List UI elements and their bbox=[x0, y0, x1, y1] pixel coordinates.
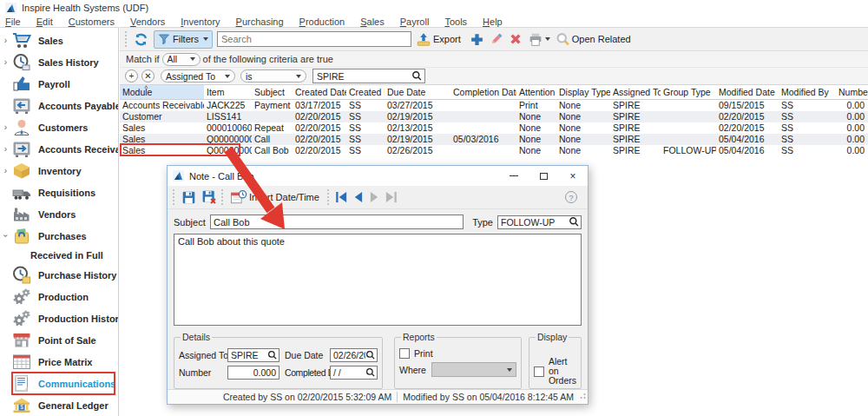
sidebar-item-point-of-sale[interactable]: Point of Sale bbox=[0, 329, 118, 351]
close-button[interactable]: × bbox=[558, 166, 588, 186]
column-header-item[interactable]: Item bbox=[204, 85, 252, 99]
table-row[interactable]: CustomerLISS14102/20/2015SS02/19/2015Non… bbox=[120, 111, 868, 122]
column-header-number[interactable]: Number bbox=[836, 85, 868, 99]
sidebar-item-sales[interactable]: ›Sales bbox=[0, 30, 118, 51]
minimize-button[interactable] bbox=[499, 166, 529, 186]
where-dropdown[interactable] bbox=[431, 362, 516, 377]
assigned-to-lookup[interactable]: SPIRE bbox=[227, 348, 279, 362]
criteria-field-dropdown[interactable]: Assigned To bbox=[161, 69, 235, 83]
column-header-subject[interactable]: Subject bbox=[252, 85, 293, 99]
last-record-button[interactable] bbox=[383, 189, 399, 206]
column-header-due-date[interactable]: Due Date bbox=[385, 85, 450, 99]
sidebar-item-customers[interactable]: ›Customers bbox=[0, 116, 118, 138]
menu-item-customers[interactable]: Customers bbox=[63, 17, 120, 27]
alert-on-orders-checkbox[interactable] bbox=[534, 366, 544, 377]
table-row[interactable]: Sales0000100609Repeat02/20/2015SS02/13/2… bbox=[120, 122, 868, 134]
note-body-textarea[interactable]: Call Bob about this quote bbox=[174, 234, 582, 326]
chevron-icon[interactable]: › bbox=[0, 122, 11, 132]
sidebar-item-price-matrix[interactable]: Price Matrix bbox=[0, 351, 118, 373]
match-mode-dropdown[interactable]: All bbox=[162, 53, 201, 66]
sidebar-item-requisitions[interactable]: Requisitions bbox=[0, 182, 118, 203]
print-button[interactable] bbox=[525, 30, 553, 49]
refresh-button[interactable] bbox=[131, 30, 151, 49]
menu-item-production[interactable]: Production bbox=[294, 17, 351, 27]
column-header-created-date[interactable]: Created Date bbox=[293, 85, 346, 99]
number-field[interactable]: 0.000 bbox=[227, 366, 279, 380]
sidebar-item-production[interactable]: Production bbox=[0, 286, 118, 307]
sidebar-item-sales-history[interactable]: ›Sales History bbox=[0, 51, 118, 73]
edit-button[interactable] bbox=[487, 30, 506, 49]
column-header-module[interactable]: Module˄ bbox=[120, 85, 204, 99]
column-header-created-by[interactable]: Created By bbox=[346, 85, 385, 99]
chevron-icon[interactable]: › bbox=[0, 36, 11, 45]
first-record-button[interactable] bbox=[333, 189, 350, 206]
chevron-down-icon bbox=[507, 368, 512, 372]
maximize-button[interactable] bbox=[529, 166, 558, 186]
menu-item-payroll[interactable]: Payroll bbox=[395, 17, 435, 27]
window-title: Inspire Health Systems (UDF) bbox=[22, 3, 148, 13]
add-criteria-button[interactable]: + bbox=[125, 69, 138, 83]
add-button[interactable] bbox=[467, 30, 487, 49]
sidebar-item-accounts-payable[interactable]: Accounts Payable bbox=[0, 95, 118, 116]
sidebar-item-communications[interactable]: Communications bbox=[0, 373, 118, 394]
menu-item-sales[interactable]: Sales bbox=[355, 17, 390, 27]
menu-item-purchasing[interactable]: Purchasing bbox=[231, 17, 289, 27]
completed-date-field[interactable]: / / bbox=[330, 366, 378, 380]
column-header-attention[interactable]: Attention bbox=[516, 85, 556, 99]
criteria-operator-dropdown[interactable]: is bbox=[240, 69, 306, 83]
column-header-assigned-to[interactable]: Assigned To bbox=[610, 85, 661, 99]
table-cell bbox=[450, 100, 516, 111]
menu-item-edit[interactable]: Edit bbox=[31, 17, 58, 27]
dialog-title-bar[interactable]: Note - Call Bob × bbox=[168, 166, 588, 186]
sidebar-item-payroll[interactable]: Payroll bbox=[0, 73, 118, 95]
column-header-display-type[interactable]: Display Type bbox=[556, 85, 610, 99]
column-header-completion-date[interactable]: Completion Date bbox=[450, 85, 516, 99]
table-cell: SPIRE bbox=[610, 100, 661, 111]
search-input[interactable] bbox=[217, 31, 411, 47]
criteria-value-field[interactable]: SPIRE bbox=[312, 69, 425, 83]
help-button[interactable]: ? bbox=[565, 191, 577, 203]
bank-icon: $ bbox=[11, 396, 32, 414]
due-date-field[interactable]: 02/26/20 bbox=[330, 348, 378, 362]
filters-button[interactable]: Filters bbox=[154, 30, 213, 49]
chevron-icon[interactable]: › bbox=[1, 230, 10, 241]
previous-record-button[interactable] bbox=[350, 189, 366, 206]
chevron-icon[interactable]: › bbox=[0, 166, 11, 175]
sidebar-item-accounts-receivable[interactable]: ›Accounts Receivable bbox=[0, 138, 118, 160]
print-checkbox[interactable] bbox=[399, 348, 410, 359]
remove-criteria-button[interactable]: ✕ bbox=[141, 69, 155, 83]
table-row[interactable]: SalesQ000000001Call02/20/2015SS02/19/201… bbox=[120, 134, 868, 145]
menu-item-file[interactable]: File bbox=[0, 17, 26, 27]
resize-grip[interactable] bbox=[579, 393, 586, 401]
save-button[interactable] bbox=[179, 188, 199, 207]
next-record-button[interactable] bbox=[366, 189, 383, 206]
chevron-icon[interactable]: › bbox=[0, 57, 11, 67]
export-button[interactable]: Export bbox=[413, 30, 467, 49]
column-header-modified-by[interactable]: Modified By bbox=[779, 85, 836, 99]
sidebar-item-vendors[interactable]: Vendors bbox=[0, 203, 118, 225]
column-header-group-type[interactable]: Group Type bbox=[661, 85, 716, 99]
sidebar-item-general-ledger[interactable]: $General Ledger bbox=[0, 394, 118, 416]
insert-datetime-button[interactable]: Insert Date/Time bbox=[227, 188, 326, 207]
sidebar-item-inventory[interactable]: ›Inventory bbox=[0, 160, 118, 182]
sidebar-item-purchase-history[interactable]: Purchase History bbox=[0, 264, 118, 286]
delete-button[interactable] bbox=[506, 30, 525, 49]
sidebar-item-production-history[interactable]: Production History bbox=[0, 307, 118, 329]
table-row[interactable]: Accounts ReceivableJACK225Payment03/17/2… bbox=[120, 100, 868, 111]
chevron-icon[interactable]: › bbox=[0, 144, 11, 154]
column-header-modified-date[interactable]: Modified Date bbox=[716, 85, 779, 99]
save-close-button[interactable] bbox=[199, 188, 220, 207]
menu-item-help[interactable]: Help bbox=[477, 17, 508, 27]
menu-item-vendors[interactable]: Vendors bbox=[125, 17, 170, 27]
type-lookup-field[interactable]: FOLLOW-UP bbox=[497, 215, 582, 229]
open-related-button[interactable]: Open Related bbox=[553, 30, 637, 49]
table-row[interactable]: SalesQ000000002Call Bob02/20/2015SS02/26… bbox=[120, 145, 868, 156]
app-logo-icon bbox=[5, 3, 16, 14]
sidebar-item-received-in-full[interactable]: Received in Full bbox=[0, 247, 118, 264]
display-group: Display Alert on Orders bbox=[529, 332, 582, 389]
sidebar-item-purchases[interactable]: ›Purchases bbox=[0, 225, 118, 247]
menu-item-tools[interactable]: Tools bbox=[439, 17, 472, 27]
due-date-label: Due Date bbox=[285, 350, 330, 360]
menu-item-inventory[interactable]: Inventory bbox=[175, 17, 225, 27]
subject-input[interactable] bbox=[210, 215, 464, 229]
